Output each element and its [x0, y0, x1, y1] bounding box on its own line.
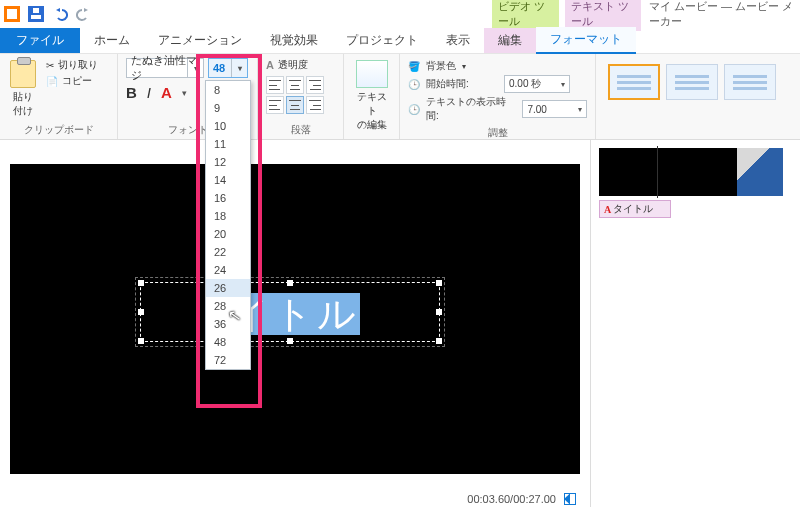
align-top-center[interactable] [286, 76, 304, 94]
undo-icon[interactable] [52, 6, 68, 22]
style-thumb[interactable] [666, 64, 718, 100]
clock-icon: 🕒 [408, 79, 420, 90]
tab-edit[interactable]: 編集 [484, 28, 536, 53]
preview-pane: イトル 00:03.60/00:27.00 [0, 140, 590, 507]
group-clipboard: 貼り 付け ✂ 切り取り 📄 コピー クリップボード [0, 54, 118, 139]
resize-handle[interactable] [138, 309, 144, 315]
group-styles [596, 54, 800, 139]
window-title: マイ ムービー — ムービー メーカー [649, 0, 796, 29]
font-size-option[interactable]: 26 [206, 279, 250, 297]
caption-label: タイトル [613, 202, 653, 216]
font-family-combo[interactable]: たぬき油性マジ ▾ [126, 58, 204, 78]
start-time-value: 0.00 秒 [509, 77, 541, 91]
tab-project[interactable]: プロジェクト [332, 28, 432, 53]
font-size-option[interactable]: 24 [206, 261, 250, 279]
ribbon: 貼り 付け ✂ 切り取り 📄 コピー クリップボード たぬき油性マジ ▾ [0, 54, 800, 140]
align-mid-center[interactable] [286, 96, 304, 114]
app-icon [4, 6, 20, 22]
timecode: 00:03.60/00:27.00 [467, 493, 556, 505]
chevron-down-icon[interactable]: ▾ [182, 88, 187, 98]
font-size-option[interactable]: 18 [206, 207, 250, 225]
start-time-spin[interactable]: 0.00 秒 ▾ [504, 75, 570, 93]
font-size-option[interactable]: 10 [206, 117, 250, 135]
resize-handle[interactable] [287, 280, 293, 286]
group-adjust-label: 調整 [408, 124, 587, 140]
paste-icon [10, 60, 36, 88]
show-time-spin[interactable]: 7.00 ▾ [522, 100, 587, 118]
font-size-option[interactable]: 8 [206, 81, 250, 99]
caption-clip[interactable]: A タイトル [599, 200, 671, 218]
font-color-button[interactable]: A [161, 84, 172, 101]
font-size-option[interactable]: 48 [206, 333, 250, 351]
tab-view[interactable]: 表示 [432, 28, 484, 53]
resize-handle[interactable] [138, 280, 144, 286]
quick-access-toolbar [4, 6, 92, 22]
tab-file[interactable]: ファイル [0, 28, 80, 53]
group-clipboard-label: クリップボード [8, 121, 109, 137]
font-size-option[interactable]: 12 [206, 153, 250, 171]
redo-icon[interactable] [76, 6, 92, 22]
align-mid-right[interactable] [306, 96, 324, 114]
resize-handle[interactable] [436, 338, 442, 344]
font-size-option[interactable]: 72 [206, 351, 250, 369]
tab-home[interactable]: ホーム [80, 28, 144, 53]
show-time-label: テキストの表示時間: [426, 95, 516, 123]
resize-handle[interactable] [436, 309, 442, 315]
save-icon[interactable] [28, 6, 44, 22]
cut-label: 切り取り [58, 58, 98, 72]
font-size-option[interactable]: 22 [206, 243, 250, 261]
style-thumb[interactable] [724, 64, 776, 100]
title-textbox[interactable]: イトル [140, 282, 440, 342]
transparency-label[interactable]: 透明度 [278, 58, 308, 72]
cut-button[interactable]: ✂ 切り取り [46, 58, 98, 72]
tab-format[interactable]: フォーマット [536, 27, 636, 54]
font-size-combo[interactable]: 48 ▾ [208, 58, 248, 78]
storyboard-track[interactable] [599, 148, 792, 196]
scissors-icon: ✂ [46, 60, 54, 71]
font-size-option[interactable]: 20 [206, 225, 250, 243]
bold-button[interactable]: B [126, 84, 137, 101]
tab-animation[interactable]: アニメーション [144, 28, 256, 53]
font-size-option[interactable]: 14 [206, 171, 250, 189]
paste-button[interactable]: 貼り 付け [8, 58, 38, 120]
workspace: イトル 00:03.60/00:27.00 A タイトル [0, 140, 800, 507]
tab-visual[interactable]: 視覚効果 [256, 28, 332, 53]
fullscreen-icon[interactable] [564, 493, 576, 505]
font-size-option[interactable]: 9 [206, 99, 250, 117]
group-adjust: 🪣 背景色 ▾ 🕒 開始時間: 0.00 秒 ▾ 🕒 テキストの表示時間: 7.… [400, 54, 596, 139]
edit-text-button[interactable]: テキスト の編集 [352, 58, 391, 134]
show-time-value: 7.00 [527, 104, 546, 115]
chevron-down-icon: ▾ [187, 59, 203, 77]
bgcolor-label: 背景色 [426, 59, 456, 73]
resize-handle[interactable] [436, 280, 442, 286]
chevron-down-icon: ▾ [561, 80, 565, 89]
copy-button[interactable]: 📄 コピー [46, 74, 98, 88]
transparency-icon: A [266, 59, 274, 71]
style-thumb[interactable] [608, 64, 660, 100]
align-top-right[interactable] [306, 76, 324, 94]
video-stage[interactable]: イトル [10, 164, 580, 474]
group-paragraph: A 透明度 段落 [258, 54, 344, 139]
align-top-left[interactable] [266, 76, 284, 94]
ribbon-tabs: ファイル ホーム アニメーション 視覚効果 プロジェクト 表示 編集 フォーマッ… [0, 28, 800, 54]
clock-icon: 🕒 [408, 104, 420, 115]
italic-button[interactable]: I [147, 84, 151, 101]
clip-thumbnail [737, 148, 783, 196]
svg-rect-1 [7, 9, 17, 19]
paste-label: 貼り 付け [13, 90, 33, 118]
font-size-option[interactable]: 11 [206, 135, 250, 153]
bgcolor-button[interactable]: 🪣 背景色 ▾ [408, 58, 587, 74]
svg-rect-3 [31, 15, 41, 19]
chevron-down-icon: ▾ [578, 105, 582, 114]
font-size-value: 48 [213, 62, 225, 74]
copy-label: コピー [62, 74, 92, 88]
align-mid-left[interactable] [266, 96, 284, 114]
start-time-label: 開始時間: [426, 77, 498, 91]
chevron-down-icon: ▾ [462, 62, 466, 71]
resize-handle[interactable] [138, 338, 144, 344]
group-paragraph-label: 段落 [266, 121, 335, 137]
video-clip[interactable] [599, 148, 783, 196]
font-size-option[interactable]: 16 [206, 189, 250, 207]
font-size-dropdown[interactable]: 891011121416182022242628364872 [205, 80, 251, 370]
copy-icon: 📄 [46, 76, 58, 87]
